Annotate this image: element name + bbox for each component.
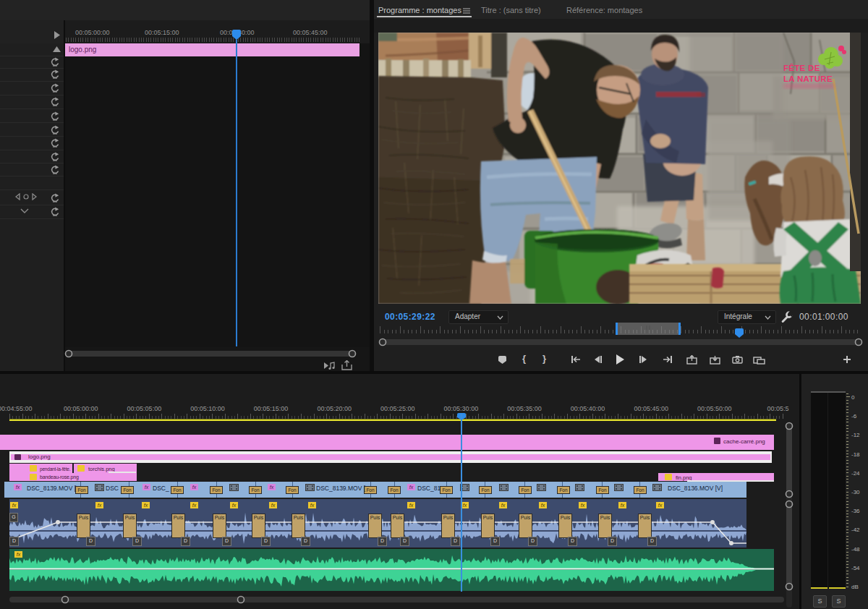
svg-text:FÊTE DE: FÊTE DE <box>783 64 820 72</box>
svg-text:LA NATURE: LA NATURE <box>783 74 833 83</box>
